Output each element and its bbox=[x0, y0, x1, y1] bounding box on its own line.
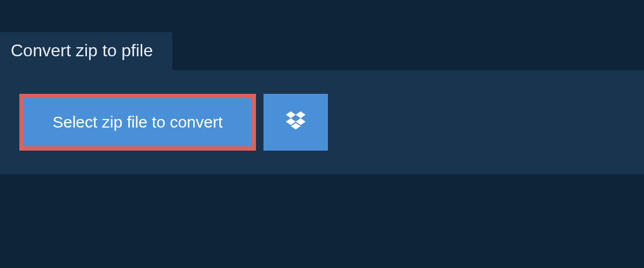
tab-title: Convert zip to pfile bbox=[11, 41, 153, 60]
main-panel: Select zip file to convert bbox=[0, 70, 644, 174]
dropbox-button[interactable] bbox=[264, 94, 328, 151]
dropbox-icon bbox=[284, 109, 308, 135]
select-file-button[interactable]: Select zip file to convert bbox=[19, 94, 256, 151]
tab-bar: Convert zip to pfile bbox=[0, 0, 644, 70]
select-file-label: Select zip file to convert bbox=[53, 113, 223, 131]
tab-convert[interactable]: Convert zip to pfile bbox=[0, 32, 172, 70]
